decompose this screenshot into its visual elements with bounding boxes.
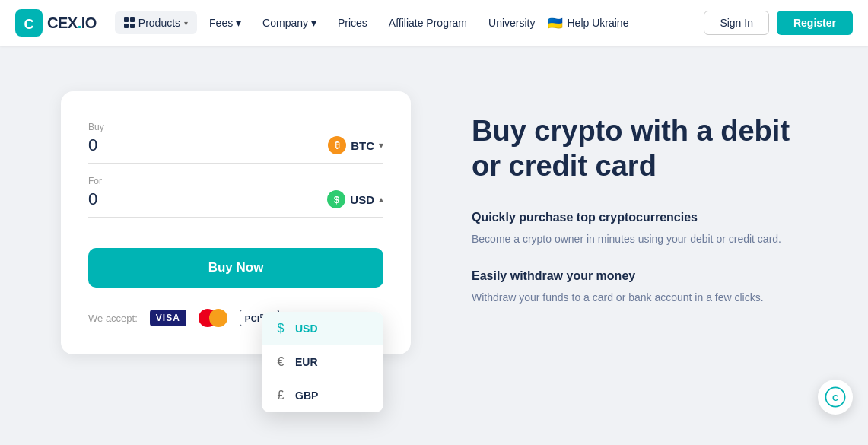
float-chat-button[interactable]: C <box>818 380 853 415</box>
mc-orange-circle <box>209 309 227 327</box>
usd-option-label: USD <box>295 323 318 335</box>
buy-card: Buy ₿ BTC ▾ For $ USD ▴ <box>61 91 411 354</box>
btc-name: BTC <box>351 139 374 152</box>
logo-icon: C <box>15 9 43 37</box>
prices-link[interactable]: Prices <box>329 11 377 34</box>
right-content: Buy crypto with a debit or credit card Q… <box>472 91 806 327</box>
ukraine-flag-icon: 🇺🇦 <box>548 16 563 30</box>
buy-field-row: ₿ BTC ▾ <box>88 135 383 155</box>
usd-symbol: $ <box>274 322 288 335</box>
help-ukraine-label: Help Ukraine <box>568 17 629 29</box>
btc-icon: ₿ <box>328 136 346 154</box>
we-accept-label: We accept: <box>88 313 138 324</box>
navigation: C CEX.IO Products ▾ Fees ▾ Company ▾ Pri… <box>0 0 868 46</box>
university-label: University <box>488 17 535 29</box>
main-content: Buy ₿ BTC ▾ For $ USD ▴ <box>0 46 868 400</box>
feature1-title: Quickly purchase top cryptocurrencies <box>472 211 806 224</box>
btc-chevron-icon: ▾ <box>379 140 383 151</box>
buy-now-button[interactable]: Buy Now <box>88 248 383 288</box>
buy-input[interactable] <box>88 135 210 155</box>
company-label: Company <box>262 17 308 29</box>
nav-items: Products ▾ Fees ▾ Company ▾ Prices Affil… <box>115 11 704 34</box>
buy-label: Buy <box>88 122 383 132</box>
for-input[interactable] <box>88 189 210 209</box>
grid-icon <box>124 17 135 28</box>
svg-text:C: C <box>832 393 838 402</box>
register-button[interactable]: Register <box>777 11 853 35</box>
mastercard-badge <box>199 309 227 327</box>
company-menu[interactable]: Company ▾ <box>253 11 326 34</box>
feature-1: Quickly purchase top cryptocurrencies Be… <box>472 211 806 247</box>
main-title: Buy crypto with a debit or credit card <box>472 114 806 183</box>
eur-symbol: € <box>274 355 288 369</box>
svg-text:C: C <box>24 17 34 32</box>
usd-selector[interactable]: $ USD ▴ <box>327 190 383 208</box>
logo[interactable]: C CEX.IO <box>15 9 97 37</box>
for-field-row: $ USD ▴ <box>88 189 383 209</box>
gbp-option-label: GBP <box>295 389 318 402</box>
buy-field-group: Buy ₿ BTC ▾ <box>88 122 383 164</box>
cex-float-icon: C <box>825 386 846 408</box>
dropdown-item-gbp[interactable]: £ GBP <box>262 379 383 412</box>
visa-badge: VISA <box>150 310 186 326</box>
for-label: For <box>88 176 383 186</box>
company-chevron-icon: ▾ <box>311 17 316 29</box>
fees-label: Fees <box>209 17 233 29</box>
affiliate-link[interactable]: Affiliate Program <box>380 11 476 34</box>
usd-icon: $ <box>327 190 345 208</box>
prices-label: Prices <box>338 17 367 29</box>
products-label: Products <box>138 17 180 29</box>
signin-button[interactable]: Sign In <box>704 11 769 35</box>
dropdown-item-eur[interactable]: € EUR <box>262 345 383 379</box>
feature2-title: Easily withdraw your money <box>472 269 806 283</box>
nav-actions: Sign In Register <box>704 11 853 35</box>
affiliate-label: Affiliate Program <box>389 17 467 29</box>
feature-2: Easily withdraw your money Withdraw your… <box>472 269 806 306</box>
feature1-desc: Become a crypto owner in minutes using y… <box>472 230 806 247</box>
products-menu[interactable]: Products ▾ <box>115 11 197 34</box>
currency-dropdown: $ USD € EUR £ GBP <box>262 312 383 412</box>
eur-option-label: EUR <box>295 356 318 368</box>
fees-chevron-icon: ▾ <box>236 17 241 29</box>
usd-name: USD <box>350 193 374 206</box>
feature2-desc: Withdraw your funds to a card or bank ac… <box>472 289 806 306</box>
usd-chevron-icon: ▴ <box>379 194 383 205</box>
help-ukraine-link[interactable]: 🇺🇦 Help Ukraine <box>548 16 629 30</box>
fees-menu[interactable]: Fees ▾ <box>200 11 250 34</box>
btc-selector[interactable]: ₿ BTC ▾ <box>328 136 383 154</box>
for-field-group: For $ USD ▴ <box>88 176 383 218</box>
university-link[interactable]: University <box>479 11 544 34</box>
dropdown-item-usd[interactable]: $ USD <box>262 312 383 345</box>
products-chevron-icon: ▾ <box>184 19 188 27</box>
gbp-symbol: £ <box>274 389 288 402</box>
logo-text: CEX.IO <box>47 14 97 32</box>
